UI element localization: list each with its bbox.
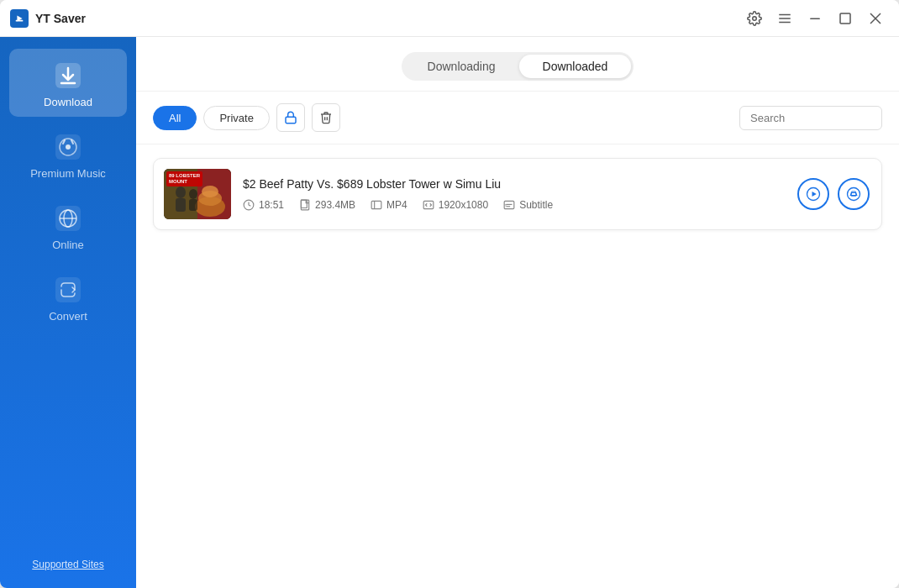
premium-music-label: Premium Music bbox=[30, 167, 106, 180]
sidebar-item-convert[interactable]: Convert bbox=[9, 263, 127, 331]
window-controls bbox=[741, 5, 889, 32]
app-logo bbox=[10, 9, 29, 28]
supported-sites-link[interactable]: Supported Sites bbox=[32, 559, 103, 570]
duration-value: 18:51 bbox=[259, 199, 284, 211]
online-label: Online bbox=[52, 239, 84, 251]
titlebar: YT Saver bbox=[0, 0, 899, 37]
video-title: $2 Beef Patty Vs. $689 Lobster Tower w S… bbox=[243, 177, 786, 191]
svg-point-31 bbox=[189, 189, 197, 199]
filter-private-button[interactable]: Private bbox=[203, 106, 269, 130]
video-meta: 18:51 293.4MB bbox=[243, 199, 786, 211]
clock-icon bbox=[243, 199, 255, 211]
thumb-label-badge: 89 LOBSTERMOUNT bbox=[166, 171, 202, 186]
convert-label: Convert bbox=[49, 310, 87, 323]
menu-button[interactable] bbox=[771, 5, 798, 32]
logo-icon bbox=[13, 13, 25, 24]
file-icon bbox=[299, 199, 311, 211]
size-value: 293.4MB bbox=[315, 199, 355, 211]
svg-rect-36 bbox=[371, 201, 381, 208]
tab-downloaded[interactable]: Downloaded bbox=[519, 55, 632, 78]
online-nav-icon bbox=[53, 203, 83, 234]
search-input[interactable] bbox=[739, 106, 882, 130]
video-thumbnail: 89 LOBSTERMOUNT bbox=[164, 169, 231, 219]
lock-icon bbox=[284, 111, 297, 124]
convert-nav-icon bbox=[53, 275, 83, 305]
trash-icon bbox=[319, 111, 333, 124]
tab-group: Downloading Downloaded bbox=[402, 52, 634, 81]
video-actions bbox=[797, 178, 870, 210]
hamburger-icon bbox=[777, 11, 792, 26]
minimize-icon bbox=[809, 13, 821, 24]
svg-point-28 bbox=[202, 186, 218, 197]
lock-button[interactable] bbox=[276, 103, 305, 132]
sidebar: Download Premium Music bbox=[0, 37, 136, 588]
sidebar-footer: Supported Sites bbox=[32, 543, 103, 588]
toolbar: All Private bbox=[136, 92, 899, 144]
svg-rect-2 bbox=[16, 19, 24, 21]
tab-bar: Downloading Downloaded bbox=[136, 37, 899, 92]
svg-rect-22 bbox=[286, 117, 296, 123]
meta-subtitle: T Subtitle bbox=[503, 199, 553, 211]
content-area: Downloading Downloaded All Private bbox=[136, 37, 899, 588]
svg-point-16 bbox=[66, 144, 71, 150]
subtitle-icon: T bbox=[503, 199, 515, 211]
svg-marker-44 bbox=[812, 192, 817, 197]
minimize-button[interactable] bbox=[802, 5, 828, 32]
play-button[interactable] bbox=[797, 178, 829, 210]
video-info: $2 Beef Patty Vs. $689 Lobster Tower w S… bbox=[243, 177, 786, 211]
meta-resolution: 1920x1080 bbox=[423, 199, 488, 211]
download-nav-icon bbox=[53, 60, 83, 91]
meta-duration: 18:51 bbox=[243, 199, 284, 211]
svg-point-45 bbox=[848, 188, 860, 201]
folder-button[interactable] bbox=[838, 178, 870, 210]
subtitle-value: Subtitle bbox=[519, 199, 553, 211]
meta-format: MP4 bbox=[371, 199, 407, 211]
video-list: 89 LOBSTERMOUNT $2 Beef Patty Vs. $689 L… bbox=[136, 144, 899, 588]
maximize-icon bbox=[839, 13, 851, 24]
sidebar-nav: Download Premium Music bbox=[0, 45, 136, 543]
sidebar-item-premium-music[interactable]: Premium Music bbox=[9, 120, 127, 188]
sidebar-item-online[interactable]: Online bbox=[9, 192, 127, 260]
resolution-icon bbox=[423, 199, 434, 211]
svg-rect-32 bbox=[189, 199, 197, 211]
app-title: YT Saver bbox=[35, 12, 741, 25]
resolution-value: 1920x1080 bbox=[439, 199, 488, 211]
svg-point-29 bbox=[176, 186, 186, 198]
gear-icon bbox=[747, 11, 762, 26]
folder-icon bbox=[846, 186, 861, 202]
meta-size: 293.4MB bbox=[299, 199, 355, 211]
svg-rect-7 bbox=[810, 18, 820, 19]
close-icon bbox=[870, 13, 881, 24]
download-label: Download bbox=[44, 96, 92, 108]
sidebar-item-download[interactable]: Download bbox=[9, 49, 127, 117]
play-icon bbox=[806, 186, 821, 202]
svg-rect-21 bbox=[55, 277, 81, 302]
close-button[interactable] bbox=[862, 5, 889, 32]
svg-point-3 bbox=[753, 16, 757, 20]
svg-rect-8 bbox=[840, 13, 850, 24]
delete-button[interactable] bbox=[312, 103, 340, 132]
settings-button[interactable] bbox=[741, 5, 768, 32]
filter-all-button[interactable]: All bbox=[153, 106, 197, 130]
tab-downloading[interactable]: Downloading bbox=[404, 55, 519, 78]
table-row: 89 LOBSTERMOUNT $2 Beef Patty Vs. $689 L… bbox=[153, 158, 882, 230]
svg-rect-30 bbox=[176, 198, 186, 212]
maximize-button[interactable] bbox=[832, 5, 859, 32]
format-value: MP4 bbox=[386, 199, 407, 211]
format-icon bbox=[371, 199, 382, 211]
music-nav-icon bbox=[53, 132, 83, 162]
